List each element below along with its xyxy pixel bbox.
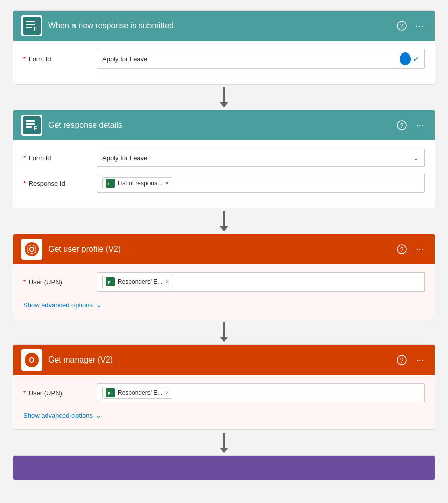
connector-arrow-2 — [220, 226, 228, 231]
form-id-field-row-2: * Form Id Apply for Leave ⌄ — [23, 149, 425, 167]
svg-text:F: F — [108, 391, 110, 396]
help-icon-4: ? — [397, 355, 407, 365]
connector-arrow-3 — [220, 337, 228, 342]
manager-upn-label: * User (UPN) — [23, 389, 89, 397]
user-upn-token-close[interactable]: × — [165, 278, 169, 285]
manager-upn-field-row: * User (UPN) F Responders' E... × — [23, 383, 425, 402]
get-user-profile-title: Get user profile (V2) — [48, 245, 389, 254]
checkmark-icon: ✓ — [413, 54, 419, 64]
get-manager-title: Get manager (V2) — [48, 355, 389, 365]
help-icon-2: ? — [397, 120, 407, 130]
token-text: List of respons... — [118, 180, 162, 187]
token-close-button[interactable]: × — [165, 180, 169, 187]
token-forms-icon-3: F — [106, 388, 115, 397]
drop-indicator — [400, 52, 411, 65]
get-manager-header: O Get manager (V2) ? ··· — [13, 345, 435, 375]
office-svg-icon: O — [23, 240, 41, 258]
svg-text:F: F — [34, 26, 37, 32]
get-manager-card: O Get manager (V2) ? ··· * — [13, 344, 435, 430]
svg-rect-2 — [26, 24, 35, 25]
manager-upn-token: F Responders' E... × — [102, 387, 172, 399]
svg-rect-10 — [26, 126, 32, 128]
dropdown-arrow-icon: ⌄ — [413, 154, 419, 162]
show-advanced-options-2[interactable]: Show advanced options ⌄ — [23, 409, 425, 421]
get-response-help-button[interactable]: ? — [395, 118, 409, 132]
svg-text:F: F — [108, 182, 110, 186]
form-id-value-2: Apply for Leave — [102, 154, 413, 162]
get-manager-icon: O — [21, 349, 42, 371]
svg-text:O: O — [29, 356, 35, 364]
flow-container: F When a new response is submitted ? ··· — [0, 0, 448, 490]
form-id-input[interactable]: Apply for Leave ✓ — [97, 49, 425, 69]
form-id-dropdown[interactable]: Apply for Leave ⌄ — [97, 149, 425, 167]
user-upn-input[interactable]: F Responders' E... × — [97, 272, 425, 292]
form-id-field-row: * Form Id Apply for Leave ✓ — [23, 49, 425, 69]
svg-text:?: ? — [400, 246, 404, 253]
trigger-actions: ? ··· — [395, 19, 427, 33]
get-response-more-button[interactable]: ··· — [413, 118, 427, 132]
token-forms-icon-2: F — [106, 277, 115, 286]
response-id-input[interactable]: F List of respons... × — [97, 174, 425, 193]
user-upn-token: F Responders' E... × — [102, 276, 172, 288]
svg-rect-1 — [26, 21, 35, 22]
show-advanced-chevron-1: ⌄ — [96, 301, 102, 309]
forms-svg-icon: F — [23, 17, 41, 35]
get-response-title: Get response details — [48, 121, 389, 130]
connector-3 — [220, 319, 228, 344]
connector-arrow-1 — [220, 102, 228, 107]
more-dots-icon-4: ··· — [416, 355, 423, 366]
manager-upn-token-close[interactable]: × — [165, 389, 169, 396]
get-response-body: * Form Id Apply for Leave ⌄ * Response I… — [13, 140, 435, 208]
help-icon-3: ? — [397, 244, 407, 254]
more-dots-icon-2: ··· — [416, 120, 423, 131]
trigger-title: When a new response is submitted — [48, 21, 389, 30]
show-advanced-chevron-2: ⌄ — [96, 411, 102, 419]
get-user-profile-more-button[interactable]: ··· — [413, 242, 427, 256]
connector-2 — [220, 208, 228, 234]
connector-line-4 — [223, 433, 225, 448]
required-star: * — [23, 55, 26, 63]
manager-upn-input[interactable]: F Responders' E... × — [97, 383, 425, 402]
help-icon: ? — [397, 21, 407, 31]
connector-line-2 — [223, 211, 225, 226]
connector-line-1 — [223, 87, 225, 102]
response-id-field-row: * Response Id F List of respons... × — [23, 174, 425, 193]
get-response-actions: ? ··· — [395, 118, 427, 132]
get-user-profile-help-button[interactable]: ? — [395, 242, 409, 256]
user-upn-token-text: Responders' E... — [118, 278, 162, 285]
svg-rect-9 — [26, 123, 35, 125]
connector-line-3 — [223, 322, 225, 337]
next-action-card-partial — [13, 455, 435, 480]
trigger-card: F When a new response is submitted ? ··· — [13, 10, 435, 85]
get-manager-actions: ? ··· — [395, 353, 427, 367]
get-response-icon: F — [21, 115, 42, 136]
office-svg-icon-2: O — [23, 351, 41, 369]
svg-text:?: ? — [400, 122, 404, 129]
user-upn-field-row: * User (UPN) F Responders' E... × — [23, 272, 425, 292]
get-user-profile-body: * User (UPN) F Responders' E... × — [13, 264, 435, 319]
get-user-profile-icon: O — [21, 239, 42, 260]
trigger-card-header: F When a new response is submitted ? ··· — [13, 11, 435, 41]
get-user-profile-header: O Get user profile (V2) ? ··· — [13, 234, 435, 264]
svg-text:?: ? — [400, 23, 404, 30]
get-response-header: F Get response details ? ··· — [13, 110, 435, 140]
trigger-card-body: * Form Id Apply for Leave ✓ — [13, 41, 435, 84]
response-id-token: F List of respons... × — [102, 177, 172, 189]
svg-rect-0 — [23, 17, 41, 35]
trigger-more-button[interactable]: ··· — [413, 19, 427, 33]
more-dots-icon: ··· — [415, 21, 424, 31]
forms-svg-icon-2: F — [23, 116, 41, 134]
svg-text:O: O — [29, 245, 35, 253]
get-user-profile-card: O Get user profile (V2) ? ··· — [13, 234, 435, 319]
show-advanced-label-2: Show advanced options — [23, 412, 93, 419]
connector-1 — [220, 85, 228, 110]
show-advanced-options-1[interactable]: Show advanced options ⌄ — [23, 299, 425, 311]
get-user-profile-actions: ? ··· — [395, 242, 427, 256]
get-manager-help-button[interactable]: ? — [395, 353, 409, 367]
manager-upn-token-text: Responders' E... — [118, 389, 162, 396]
connector-4 — [220, 430, 228, 455]
show-advanced-label-1: Show advanced options — [23, 301, 93, 309]
trigger-help-button[interactable]: ? — [395, 19, 409, 33]
get-manager-more-button[interactable]: ··· — [413, 353, 427, 367]
svg-text:?: ? — [400, 357, 404, 364]
